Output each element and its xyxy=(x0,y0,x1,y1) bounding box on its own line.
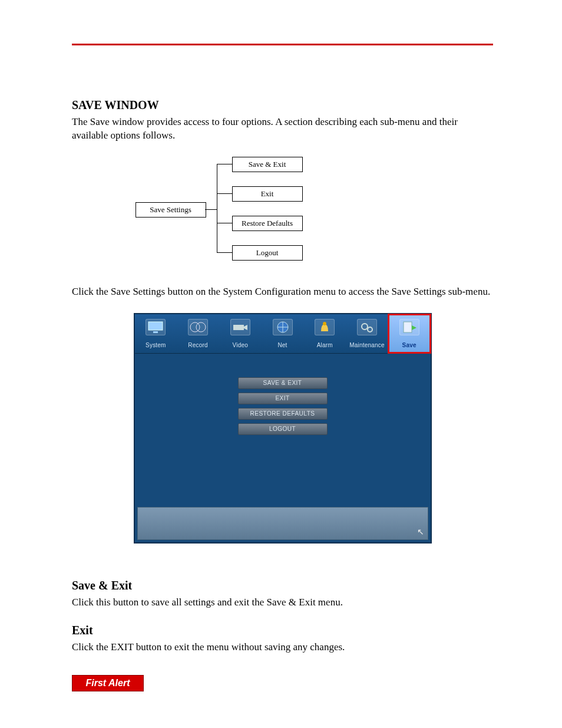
tab-label: Save xyxy=(402,342,416,348)
header-rule xyxy=(72,44,493,45)
tree-connector xyxy=(217,223,232,223)
svg-rect-10 xyxy=(404,322,412,332)
tree-leaf-exit: Exit xyxy=(232,186,303,202)
tab-net[interactable]: Net xyxy=(262,314,304,353)
globe-icon xyxy=(273,319,293,335)
tab-save[interactable]: Save xyxy=(388,314,431,353)
tab-label: Alarm xyxy=(317,342,333,348)
dvr-status-bar: ↖ xyxy=(137,507,428,540)
tree-connector xyxy=(217,164,232,164)
save-exit-button[interactable]: SAVE & EXIT xyxy=(238,377,328,389)
tree-leaf-save-exit: Save & Exit xyxy=(232,157,303,172)
heading-exit: Exit xyxy=(72,624,493,637)
svg-point-7 xyxy=(323,322,326,325)
save-exit-body: Click this button to save all settings a… xyxy=(72,596,493,610)
svg-rect-1 xyxy=(153,331,158,333)
tree-connector xyxy=(217,252,232,253)
tree-root: Save Settings xyxy=(135,202,206,218)
save-settings-instruction: Click the Save Settings button on the Sy… xyxy=(72,285,493,299)
intro-paragraph: The Save window provides access to four … xyxy=(72,116,493,143)
film-reel-icon xyxy=(188,319,208,335)
tab-maintenance[interactable]: Maintenance xyxy=(346,314,388,353)
svg-rect-4 xyxy=(233,325,244,330)
exit-button[interactable]: EXIT xyxy=(238,393,328,404)
gears-icon xyxy=(357,319,377,335)
logout-button[interactable]: LOGOUT xyxy=(238,423,328,435)
dvr-tabbar: System Record Video Net Alarm Maintenanc… xyxy=(135,314,431,354)
tree-connector xyxy=(217,193,232,194)
save-settings-tree: Save Settings Save & Exit Exit Restore D… xyxy=(135,157,430,269)
tree-connector xyxy=(205,209,217,210)
svg-point-3 xyxy=(196,322,206,332)
tree-leaf-restore-defaults: Restore Defaults xyxy=(232,216,303,231)
monitor-icon xyxy=(146,319,166,335)
camera-icon xyxy=(230,319,250,335)
tree-connector xyxy=(217,164,217,252)
svg-point-2 xyxy=(190,322,200,332)
tab-system[interactable]: System xyxy=(135,314,177,353)
dvr-screenshot: System Record Video Net Alarm Maintenanc… xyxy=(134,313,432,543)
svg-point-8 xyxy=(362,324,368,330)
tab-record[interactable]: Record xyxy=(177,314,219,353)
svg-point-9 xyxy=(368,327,372,332)
heading-save-window: SAVE WINDOW xyxy=(72,98,493,112)
heading-save-exit: Save & Exit xyxy=(72,579,493,592)
svg-rect-0 xyxy=(148,322,163,330)
tree-leaf-logout: Logout xyxy=(232,245,303,261)
bell-icon xyxy=(315,319,335,335)
tab-alarm[interactable]: Alarm xyxy=(303,314,346,353)
cursor-icon: ↖ xyxy=(417,527,424,537)
restore-defaults-button[interactable]: RESTORE DEFAULTS xyxy=(238,408,328,420)
tab-label: Net xyxy=(277,342,287,348)
save-arrow-icon xyxy=(399,319,419,335)
tab-label: System xyxy=(146,342,166,348)
svg-marker-5 xyxy=(244,325,247,330)
tab-video[interactable]: Video xyxy=(219,314,262,353)
dvr-body: SAVE & EXIT EXIT RESTORE DEFAULTS LOGOUT xyxy=(135,354,431,495)
brand-logo: First Alert xyxy=(72,675,144,691)
tab-label: Video xyxy=(233,342,248,348)
tab-label: Record xyxy=(188,342,207,348)
exit-body: Click the EXIT button to exit the menu w… xyxy=(72,641,493,654)
svg-marker-11 xyxy=(412,325,416,330)
tab-label: Maintenance xyxy=(349,342,384,348)
